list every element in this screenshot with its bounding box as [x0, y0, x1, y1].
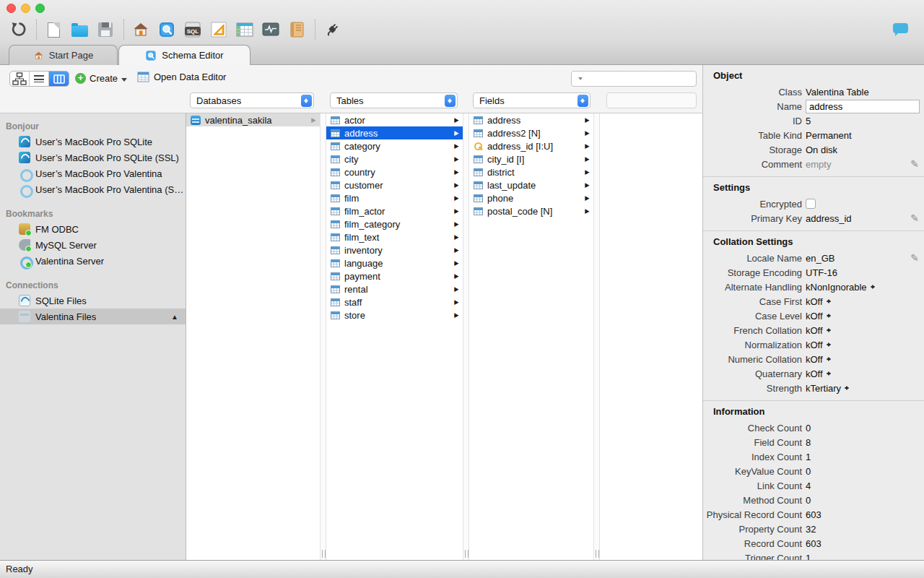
edit-pencil-icon[interactable]: ✎: [910, 212, 919, 224]
stepper-icon[interactable]: [844, 384, 850, 392]
tables-picker[interactable]: Tables: [330, 92, 458, 108]
inspector-row-value[interactable]: kOff: [806, 368, 832, 379]
list-item-film-actor[interactable]: film_actor▶: [326, 204, 463, 217]
column-resize-handle[interactable]: [320, 113, 326, 560]
stepper-icon[interactable]: [826, 311, 832, 320]
schema-editor-icon[interactable]: [156, 19, 178, 40]
column-view-button[interactable]: [49, 72, 69, 86]
minimize-window-button[interactable]: [21, 4, 30, 13]
table-icon: [331, 259, 340, 267]
search-input[interactable]: [584, 72, 696, 85]
edit-pencil-icon[interactable]: ✎: [910, 252, 919, 264]
list-item-store[interactable]: store▶: [326, 309, 463, 322]
databases-column: valentina_sakila▶: [186, 113, 320, 560]
new-file-icon[interactable]: [43, 19, 64, 40]
list-item-payment[interactable]: payment▶: [326, 269, 463, 282]
list-item-staff[interactable]: staff▶: [326, 296, 463, 309]
list-item-address-id-i-u-[interactable]: address_id [I:U]▶: [469, 139, 593, 152]
sidebar-item-user-s-macbook-pro-valentina[interactable]: User’s MacBook Pro Valentina: [0, 165, 186, 181]
list-item-film[interactable]: film▶: [326, 191, 463, 204]
sidebar-item-valentina-server[interactable]: Valentina Server: [0, 253, 186, 269]
list-item-address[interactable]: address▶: [326, 126, 463, 139]
data-editor-icon[interactable]: [234, 19, 256, 40]
list-item-postal-code-n-[interactable]: postal_code [N]▶: [469, 204, 593, 217]
value-text: 4: [806, 480, 811, 491]
design-icon[interactable]: [208, 19, 230, 40]
inspector-row-value: 4: [806, 480, 811, 491]
databases-picker[interactable]: Databases: [190, 92, 314, 108]
list-item-city[interactable]: city▶: [326, 152, 463, 165]
zoom-window-button[interactable]: [35, 4, 45, 13]
sidebar-item-user-s-macbook-pro-valentina-s-[interactable]: User’s MacBook Pro Valentina (S…: [0, 181, 186, 197]
column-resize-handle[interactable]: [463, 113, 469, 560]
column-resize-handle[interactable]: [593, 113, 600, 560]
open-data-editor-button[interactable]: Open Data Editor: [137, 72, 226, 82]
sidebar-item-sqlite-files[interactable]: SQLite Files: [0, 293, 186, 309]
name-input[interactable]: [806, 100, 920, 113]
close-window-button[interactable]: [6, 4, 16, 13]
list-item-rental[interactable]: rental▶: [326, 282, 463, 296]
stepper-icon[interactable]: [826, 326, 832, 335]
list-item-city-id-i-[interactable]: city_id [I]▶: [469, 152, 593, 165]
list-item-customer[interactable]: customer▶: [326, 178, 463, 191]
title-bar[interactable]: [0, 0, 924, 16]
stepper-icon[interactable]: [826, 369, 832, 378]
list-item-language[interactable]: language▶: [326, 256, 463, 269]
eject-icon[interactable]: ▲: [171, 313, 178, 321]
inspector-section-collation-settings: Collation SettingsLocale Nameen_GB✎Stora…: [703, 231, 924, 401]
inspector-row-value[interactable]: kTertiary: [806, 383, 850, 394]
table-icon: [331, 272, 340, 280]
list-item-country[interactable]: country▶: [326, 165, 463, 178]
inspector-row-value[interactable]: kNonIgnorable: [806, 282, 876, 293]
chat-icon[interactable]: [893, 23, 908, 33]
sidebar-item-user-s-macbook-pro-sqlite[interactable]: User’s MacBook Pro SQLite: [0, 134, 186, 150]
table-icon: [137, 72, 149, 82]
encrypted-checkbox[interactable]: [806, 199, 816, 209]
tab-schema-editor[interactable]: Schema Editor: [118, 45, 250, 65]
status-text: Ready: [6, 564, 33, 574]
search-field[interactable]: [571, 71, 697, 87]
list-item-last-update[interactable]: last_update▶: [469, 178, 593, 191]
list-item-category[interactable]: category▶: [326, 139, 463, 152]
tab-start-page[interactable]: Start Page: [9, 45, 118, 65]
inspector-row-value[interactable]: kOff: [806, 311, 832, 322]
stepper-icon[interactable]: [826, 340, 832, 349]
inspector-row-value[interactable]: kOff: [806, 354, 832, 365]
list-view-button[interactable]: [30, 72, 49, 86]
save-icon[interactable]: [95, 19, 116, 40]
list-item-phone[interactable]: phone▶: [469, 191, 593, 204]
inspector-row-value[interactable]: kOff: [806, 325, 832, 336]
inspector-row-label: Alternate Handling: [703, 282, 806, 293]
create-button[interactable]: + Create: [75, 72, 127, 85]
start-page-icon[interactable]: [130, 19, 152, 40]
list-item-inventory[interactable]: inventory▶: [326, 243, 463, 256]
sidebar-item-valentina-files[interactable]: Valentina Files▲: [0, 309, 186, 324]
stepper-icon[interactable]: [870, 282, 876, 291]
list-item-address[interactable]: address▶: [469, 113, 593, 126]
inspector-row-value[interactable]: kOff: [806, 296, 832, 307]
sidebar-item-mysql-server[interactable]: MySQL Server: [0, 237, 186, 253]
inspector-row-value: empty: [806, 159, 831, 170]
sidebar-item-fm-odbc[interactable]: FM ODBC: [0, 221, 186, 237]
disclosure-arrow-icon: ▶: [454, 207, 458, 215]
stepper-icon[interactable]: [826, 355, 832, 363]
server-monitor-icon[interactable]: [260, 19, 282, 40]
undo-icon[interactable]: [7, 19, 29, 40]
sidebar-item-user-s-macbook-pro-sqlite-ssl-[interactable]: User’s MacBook Pro SQLite (SSL): [0, 150, 186, 165]
list-item-film-text[interactable]: film_text▶: [326, 230, 463, 243]
sql-editor-icon[interactable]: SQL: [182, 19, 204, 40]
inspector-row-value[interactable]: kOff: [806, 340, 832, 350]
list-item-film-category[interactable]: film_category▶: [326, 217, 463, 230]
edit-pencil-icon[interactable]: ✎: [910, 158, 919, 170]
report-icon[interactable]: [286, 19, 308, 40]
open-folder-icon[interactable]: [69, 19, 90, 40]
connect-icon[interactable]: [321, 19, 343, 40]
fields-picker[interactable]: Fields: [473, 92, 590, 108]
list-item-valentina-sakila[interactable]: valentina_sakila▶: [186, 113, 320, 126]
list-item-district[interactable]: district▶: [469, 165, 593, 178]
stepper-icon[interactable]: [826, 297, 832, 306]
inspector-row-primary-key: Primary Keyaddress_id✎: [703, 211, 924, 225]
tree-view-button[interactable]: [10, 72, 30, 86]
list-item-actor[interactable]: actor▶: [326, 113, 463, 126]
list-item-address2-n-[interactable]: address2 [N]▶: [469, 126, 593, 139]
